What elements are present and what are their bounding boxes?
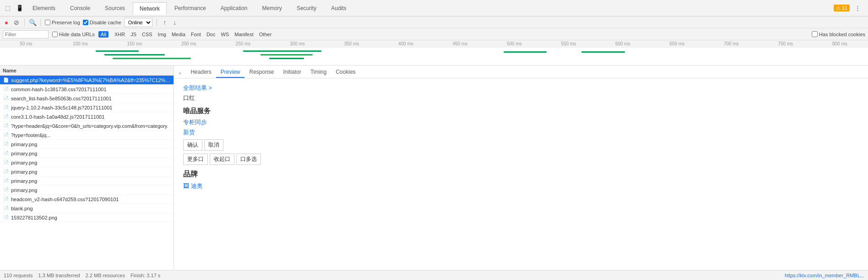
filter-icon[interactable]: 🔍 xyxy=(29,19,36,26)
file-item-name: 1592278113502.png xyxy=(11,215,171,220)
sub-tab-response[interactable]: Response xyxy=(244,67,278,78)
brand-link[interactable]: 🖼 迪奥 xyxy=(183,182,203,189)
list-item[interactable]: 📄1592278113502.png xyxy=(0,213,174,222)
filter-types: XHRJSCSSImgMediaFontDocWSManifestOther xyxy=(112,31,274,38)
more-button[interactable]: 更多口 xyxy=(183,154,208,165)
filter-type-ws[interactable]: WS xyxy=(218,31,231,38)
bottom-url: https://ktv.com/in_member_RMBL... xyxy=(785,273,864,278)
export-har-icon[interactable]: ↓ xyxy=(171,19,179,26)
tab-console[interactable]: Console xyxy=(63,2,97,14)
sub-tab-initiator[interactable]: Initiator xyxy=(279,67,306,78)
has-blocked-cookies-checkbox[interactable]: Has blocked cookies xyxy=(812,31,865,37)
preserve-log-checkbox[interactable]: Preserve log xyxy=(45,20,80,25)
filter-type-xhr[interactable]: XHR xyxy=(112,31,127,38)
filter-type-other[interactable]: Other xyxy=(257,31,274,38)
timeline-ruler: 50 ms100 ms150 ms200 ms250 ms300 ms350 m… xyxy=(0,40,868,48)
multiselect-button[interactable]: 口多选 xyxy=(236,154,261,165)
tab-application[interactable]: Application xyxy=(214,2,255,14)
throttle-select[interactable]: Online xyxy=(124,18,152,27)
timeline-area: 50 ms100 ms150 ms200 ms250 ms300 ms350 m… xyxy=(0,40,868,66)
file-icon: 📄 xyxy=(3,104,9,111)
list-item[interactable]: 📄primary.png xyxy=(0,158,174,167)
more-icon[interactable]: ⋮ xyxy=(852,2,863,14)
xinhuo-link[interactable]: 新货 xyxy=(183,129,195,136)
section1-links: 专柜同步 新货 xyxy=(183,118,859,137)
resources-size: 2.2 MB resources xyxy=(86,273,125,278)
list-item[interactable]: 📄suggest.php?keyword=%E5%8F%A3%E7%BA%A2&… xyxy=(0,76,174,85)
section2-title: 品牌 xyxy=(183,170,859,179)
file-icon: 📄 xyxy=(3,159,9,166)
cancel-button[interactable]: 取消 xyxy=(204,139,223,151)
filter-type-js[interactable]: JS xyxy=(128,31,139,38)
tab-audits[interactable]: Audits xyxy=(324,2,353,14)
file-item-name: ?type=header&jq=0&core=0&h_urls=category… xyxy=(11,123,171,129)
import-har-icon[interactable]: ↑ xyxy=(161,19,168,26)
close-panel-button[interactable]: × xyxy=(177,69,183,78)
tab-performance[interactable]: Performance xyxy=(168,2,213,14)
list-item[interactable]: 📄primary.png xyxy=(0,149,174,158)
list-item: 全部结果 > xyxy=(183,84,859,92)
list-item[interactable]: 📄core3.1.0-hash-1a0a48d2.js?2017111001 xyxy=(0,112,174,121)
tab-memory[interactable]: Memory xyxy=(255,2,289,14)
list-item: 🖼 迪奥 xyxy=(183,182,859,190)
sub-tab-headers[interactable]: Headers xyxy=(186,67,216,78)
all-results-link[interactable]: 全部结果 > xyxy=(183,84,212,91)
device-icon[interactable]: 📱 xyxy=(14,2,26,14)
stop-recording-button[interactable]: ● xyxy=(3,19,10,26)
list-item: 口红 xyxy=(183,94,859,102)
filter-input[interactable] xyxy=(3,30,49,38)
list-item[interactable]: 📄search_list-hash-5e85063b.css?201711100… xyxy=(0,94,174,103)
ruler-mark: 450 ms xyxy=(452,41,467,46)
list-item[interactable]: 📄jquery-1.10.2-hash-33c5c148.js?20171110… xyxy=(0,103,174,112)
ruler-mark: 600 ms xyxy=(615,41,630,46)
tab-elements[interactable]: Elements xyxy=(26,2,62,14)
ruler-mark: 500 ms xyxy=(507,41,522,46)
filter-type-doc[interactable]: Doc xyxy=(204,31,218,38)
file-item-name: primary.png xyxy=(11,178,171,184)
file-item-name: primary.png xyxy=(11,142,171,147)
ruler-mark: 300 ms xyxy=(290,41,305,46)
sub-tab-timing[interactable]: Timing xyxy=(306,67,331,78)
toolbar-separator-2 xyxy=(40,19,41,26)
list-item[interactable]: 📄primary.png xyxy=(0,176,174,186)
list-item[interactable]: 📄primary.png xyxy=(0,167,174,176)
list-item[interactable]: 📄?type=header&jq=0&core=0&h_urls=categor… xyxy=(0,121,174,131)
filter-type-manifest[interactable]: Manifest xyxy=(232,31,256,38)
file-icon: 📄 xyxy=(3,95,9,102)
list-item[interactable]: 📄headcom_v2-hash-c647d259.css?1201709010… xyxy=(0,195,174,204)
disable-cache-checkbox[interactable]: Disable cache xyxy=(83,20,121,25)
tab-sources[interactable]: Sources xyxy=(98,2,132,14)
list-item[interactable]: 📄primary.png xyxy=(0,140,174,149)
file-icon: 📄 xyxy=(3,86,9,93)
all-filter-button[interactable]: All xyxy=(98,31,108,38)
hide-data-urls-checkbox[interactable]: Hide data URLs xyxy=(52,32,95,37)
sub-tab-cookies[interactable]: Cookies xyxy=(331,67,360,78)
ruler-mark: 400 ms xyxy=(398,41,413,46)
filter-type-css[interactable]: CSS xyxy=(140,31,155,38)
cursor-icon[interactable]: ⬚ xyxy=(2,2,14,14)
tab-network[interactable]: Network xyxy=(133,2,167,15)
list-item[interactable]: 📄blank.png xyxy=(0,204,174,213)
filter-row: Hide data URLs All XHRJSCSSImgMediaFontD… xyxy=(0,28,868,40)
confirm-button[interactable]: 确认 xyxy=(183,139,202,151)
tab-security[interactable]: Security xyxy=(290,2,323,14)
devtools-tabs: ElementsConsoleSourcesNetworkPerformance… xyxy=(26,2,834,14)
filter-type-font[interactable]: Font xyxy=(189,31,203,38)
preview-panel: × HeadersPreviewResponseInitiatorTimingC… xyxy=(174,66,868,270)
status-bar: 110 requests 1.3 MB transferred 2.2 MB r… xyxy=(0,270,868,280)
zhuangui-link[interactable]: 专柜同步 xyxy=(183,119,207,126)
preview-links: 全部结果 > 口红 xyxy=(183,84,859,102)
filter-type-img[interactable]: Img xyxy=(156,31,168,38)
file-icon: 📄 xyxy=(3,132,9,138)
clear-button[interactable]: ⊘ xyxy=(13,19,20,26)
ruler-mark: 100 ms xyxy=(73,41,88,46)
list-item[interactable]: 📄common-hash-1c381738.css?2017111001 xyxy=(0,85,174,94)
collapse-button[interactable]: 收起口 xyxy=(210,154,234,165)
list-item[interactable]: 📄primary.png xyxy=(0,186,174,195)
section1-title: 唯品服务 xyxy=(183,107,859,115)
file-item-name: search_list-hash-5e85063b.css?2017111001 xyxy=(11,96,171,101)
sub-tab-preview[interactable]: Preview xyxy=(216,67,245,78)
file-item-name: core3.1.0-hash-1a0a48d2.js?2017111001 xyxy=(11,114,171,120)
list-item[interactable]: 📄?type=footer&jq...https://common.vip.co… xyxy=(0,131,174,140)
filter-type-media[interactable]: Media xyxy=(169,31,188,38)
